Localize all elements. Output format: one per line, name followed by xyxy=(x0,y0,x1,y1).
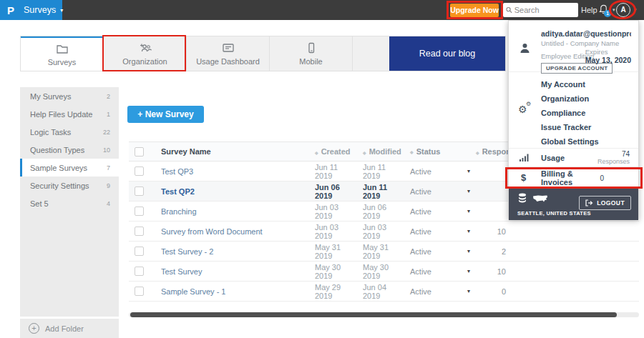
sort-icon[interactable]: ◆ xyxy=(476,151,479,155)
modified-date: Jun 11 2019 xyxy=(356,183,403,200)
tab-surveys[interactable]: Surveys xyxy=(21,36,104,71)
brand-menu[interactable]: P Surveys ▾ xyxy=(0,0,62,20)
sidebar-item-question-types[interactable]: Question Types10 xyxy=(20,141,119,159)
search-icon xyxy=(506,6,512,14)
sidebar-item-sample-surveys[interactable]: Sample Surveys7 xyxy=(20,159,119,177)
status-dropdown-caret[interactable]: ▾ xyxy=(467,268,470,274)
status-cell: Active▾ xyxy=(403,247,476,256)
sidebar-item-security-settings[interactable]: Security Settings9 xyxy=(20,177,119,194)
plus-circle-icon: + xyxy=(29,323,39,334)
chevron-down-icon[interactable]: ▾ xyxy=(634,7,637,13)
modified-date: Jun 04 2019 xyxy=(356,283,403,300)
row-checkbox[interactable] xyxy=(135,207,144,216)
product-switcher-label[interactable]: Surveys xyxy=(24,5,56,15)
column-header-modified[interactable]: ◆Modified xyxy=(356,147,403,156)
datacenter-location: SEATTLE, UNITED STATES xyxy=(517,210,591,217)
tab-usage-dashboard[interactable]: Usage Dashboard xyxy=(187,36,270,71)
tab-label: Organization xyxy=(122,57,167,66)
column-header-created[interactable]: ◆Created xyxy=(308,147,356,156)
search-input[interactable] xyxy=(514,6,575,14)
status-text: Active xyxy=(410,207,431,216)
row-checkbox[interactable] xyxy=(135,247,144,256)
license-expiry: Expires May 13, 2020 xyxy=(585,48,631,64)
sidebar-item-set-5[interactable]: Set 54 xyxy=(20,194,119,212)
billing-label[interactable]: Billing & Invoices xyxy=(541,169,600,187)
survey-name-link[interactable]: Branching xyxy=(161,207,197,216)
menu-item-issue-tracker[interactable]: Issue Tracker xyxy=(509,120,638,134)
select-all-checkbox[interactable] xyxy=(135,147,144,156)
sidebar-item-label: Logic Tasks xyxy=(30,128,71,136)
tab-bar-spacer xyxy=(353,36,389,71)
status-text: Active xyxy=(410,247,431,256)
sort-icon[interactable]: ◆ xyxy=(363,151,366,155)
menu-item-billing-invoices[interactable]: $ Billing & Invoices 0 xyxy=(509,167,638,189)
survey-name-link[interactable]: Test Survey xyxy=(161,267,202,276)
add-folder-button[interactable]: + Add Folder xyxy=(20,317,119,338)
survey-name-link[interactable]: Survey from Word Document xyxy=(161,227,263,236)
sidebar-item-logic-tasks[interactable]: Logic Tasks22 xyxy=(20,123,119,141)
scrollbar-thumb[interactable] xyxy=(130,312,617,317)
status-cell: Active▾ xyxy=(403,267,476,276)
sidebar-item-count: 1 xyxy=(107,111,110,118)
account-dropdown-panel: aditya.datar@questionpro.c... Untitled -… xyxy=(508,20,639,219)
sidebar-item-count: 9 xyxy=(107,182,110,189)
row-checkbox[interactable] xyxy=(135,166,144,176)
account-avatar[interactable]: A xyxy=(616,3,630,17)
usage-unit: Responses xyxy=(597,158,630,165)
sidebar-item-my-surveys[interactable]: My Surveys2 xyxy=(20,87,119,105)
survey-name-link[interactable]: Test QP3 xyxy=(161,167,193,176)
user-icon xyxy=(519,42,531,54)
top-bar: P Surveys ▾ Upgrade Now Help 1 ▾ A ▾ xyxy=(0,0,644,20)
upgrade-now-button[interactable]: Upgrade Now xyxy=(450,4,499,17)
account-company: Untitled - Company Name xyxy=(541,39,631,47)
tab-label: Usage Dashboard xyxy=(196,57,260,66)
account-summary: aditya.datar@questionpro.c... Untitled -… xyxy=(509,21,638,72)
help-link[interactable]: Help xyxy=(581,6,597,14)
questionpro-app: P Surveys ▾ Upgrade Now Help 1 ▾ A ▾ Sur… xyxy=(0,0,644,338)
usage-label[interactable]: Usage xyxy=(541,154,565,162)
status-dropdown-caret[interactable]: ▾ xyxy=(467,188,470,194)
menu-item-my-account[interactable]: My Account xyxy=(509,77,638,91)
response-count: 10 xyxy=(476,267,519,276)
usage-value-block: 74 Responses xyxy=(597,150,630,166)
questionpro-logo-icon: P xyxy=(7,4,14,16)
row-checkbox[interactable] xyxy=(135,187,144,196)
search-box[interactable] xyxy=(503,3,578,17)
read-our-blog-button[interactable]: Read our blog xyxy=(389,36,505,71)
horizontal-scrollbar[interactable] xyxy=(129,312,639,317)
sort-icon[interactable]: ◆ xyxy=(315,151,318,155)
sidebar-item-count: 7 xyxy=(107,164,110,172)
expires-label: Expires xyxy=(585,48,631,56)
row-checkbox[interactable] xyxy=(135,227,144,236)
survey-name-link[interactable]: Sample Survey - 1 xyxy=(161,287,225,296)
menu-item-global-settings[interactable]: Global Settings xyxy=(509,134,638,149)
survey-name-link[interactable]: Test Survey - 2 xyxy=(161,247,213,256)
logout-button[interactable]: LOGOUT xyxy=(579,196,631,210)
row-checkbox[interactable] xyxy=(135,287,144,296)
modified-date: Jun 06 2019 xyxy=(356,203,403,220)
modified-date: Jun 03 2019 xyxy=(356,223,403,240)
status-dropdown-caret[interactable]: ▾ xyxy=(467,288,470,294)
status-dropdown-caret[interactable]: ▾ xyxy=(467,168,470,174)
menu-item-compliance[interactable]: Compliance xyxy=(509,106,638,120)
chevron-down-icon[interactable]: ▾ xyxy=(613,7,615,13)
account-email: aditya.datar@questionpro.c... xyxy=(541,29,631,38)
modified-date: May 30 2019 xyxy=(356,263,403,280)
column-header-status[interactable]: ◆Status xyxy=(403,147,476,156)
column-header-survey-name[interactable]: Survey Name xyxy=(161,147,308,156)
status-cell: Active▾ xyxy=(403,207,476,216)
bar-chart-icon xyxy=(519,153,530,162)
tab-organization[interactable]: Organization xyxy=(104,36,187,71)
menu-item-usage[interactable]: Usage 74 Responses xyxy=(509,149,638,167)
tab-mobile[interactable]: Mobile xyxy=(270,36,353,71)
status-text: Active xyxy=(410,227,431,236)
survey-name-link[interactable]: Test QP2 xyxy=(161,187,195,196)
row-checkbox[interactable] xyxy=(135,267,144,276)
status-dropdown-caret[interactable]: ▾ xyxy=(467,228,470,234)
status-dropdown-caret[interactable]: ▾ xyxy=(467,208,470,214)
modified-date: Jun 11 2019 xyxy=(356,163,403,180)
status-dropdown-caret[interactable]: ▾ xyxy=(467,248,470,254)
sidebar-item-help-files-update[interactable]: Help Files Update1 xyxy=(20,105,119,123)
new-survey-button[interactable]: + New Survey xyxy=(127,106,204,123)
sort-icon[interactable]: ◆ xyxy=(410,149,414,154)
